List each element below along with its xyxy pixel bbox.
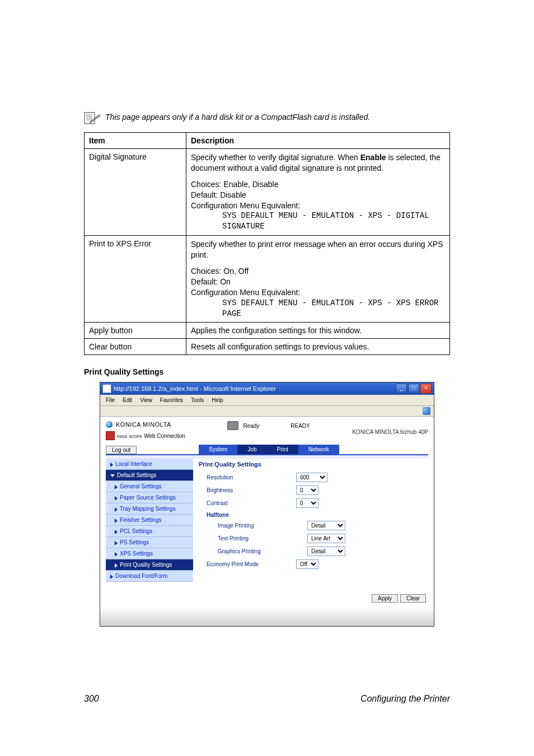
sidebar-item-tray-mapping[interactable]: Tray Mapping Settings [106, 503, 193, 515]
tab-print[interactable]: Print [266, 445, 298, 454]
printer-icon [227, 421, 238, 430]
menu-file[interactable]: File [102, 396, 118, 404]
ie-page-icon [102, 384, 111, 393]
cell-item: Clear button [85, 339, 186, 355]
table-row: Clear button Resets all configuration se… [85, 339, 450, 355]
sidebar-item-pcl[interactable]: PCL Settings [106, 526, 193, 537]
select-resolution[interactable]: 600 [296, 473, 327, 482]
section-heading: Print Quality Settings [84, 367, 450, 376]
sidebar-item-local-interface[interactable]: Local Interface [106, 459, 193, 470]
select-brightness[interactable]: 0 [296, 486, 318, 495]
settings-panel: Print Quality Settings Resolution600 Bri… [199, 459, 428, 582]
cell-item: Digital Signature [85, 149, 186, 236]
select-economy[interactable]: Off [296, 559, 318, 569]
cell-desc: Resets all configuration settings to pre… [186, 339, 450, 355]
status-ready-small: Ready [243, 423, 259, 429]
km-logo-icon [106, 421, 113, 428]
menu-favorites[interactable]: Favorites [157, 396, 186, 404]
table-row: Print to XPS Error Specify whether to pr… [85, 236, 450, 323]
select-graphics-printing[interactable]: Detail [307, 547, 345, 556]
header-area: KONICA MINOLTA PAGE SCOPE Web Connection… [100, 417, 434, 442]
tab-job[interactable]: Job [237, 445, 266, 454]
label-brightness: Brightness [199, 487, 296, 493]
note-row: This page appears only if a hard disk ki… [84, 112, 450, 124]
label-graphics-printing: Graphics Printing [199, 548, 307, 554]
cell-desc: Specify whether to verify digital signat… [186, 149, 450, 236]
tab-network[interactable]: Network [298, 445, 339, 454]
label-text-printing: Text Printing [199, 535, 307, 542]
sidebar-item-default-settings[interactable]: Default Settings [106, 470, 193, 481]
menu-bar: File Edit View Favorites Tools Help [100, 395, 434, 406]
ie-logo-icon [423, 407, 430, 415]
browser-screenshot: http://192.168.1.2/a_index.html - Micros… [100, 382, 434, 627]
select-contrast[interactable]: 0 [296, 498, 318, 508]
sidebar-item-ps[interactable]: PS Settings [106, 537, 193, 548]
sidebar: Local Interface Default Settings General… [106, 459, 193, 582]
settings-table: Item Description Digital Signature Speci… [84, 132, 450, 355]
cell-desc: Applies the configuration settings for t… [186, 323, 450, 339]
menu-edit[interactable]: Edit [119, 396, 135, 404]
cell-item: Print to XPS Error [85, 236, 186, 323]
logout-button[interactable]: Log out [106, 446, 137, 454]
table-row: Digital Signature Specify whether to ver… [85, 149, 450, 236]
page-footer: 300 Configuring the Printer [84, 627, 450, 704]
close-button[interactable]: × [420, 384, 432, 394]
pagescope-icon [106, 431, 115, 440]
table-row: Apply button Applies the configuration s… [85, 323, 450, 339]
label-halftone: Halftone [199, 510, 428, 519]
apply-button[interactable]: Apply [372, 594, 398, 603]
pagescope-label: PAGE SCOPE Web Connection [117, 433, 185, 439]
select-text-printing[interactable]: Line Art [307, 534, 345, 543]
minimize-button[interactable]: _ [396, 384, 407, 394]
note-text: This page appears only if a hard disk ki… [105, 112, 370, 123]
menu-view[interactable]: View [137, 396, 156, 404]
th-desc: Description [186, 133, 450, 149]
status-ready-caps: READY [291, 423, 310, 429]
sidebar-item-download-font[interactable]: Download Font/Form [106, 571, 193, 582]
footer-title: Configuring the Printer [360, 694, 450, 704]
sidebar-item-general[interactable]: General Settings [106, 481, 193, 492]
sidebar-item-finisher[interactable]: Finisher Settings [106, 515, 193, 526]
tab-system[interactable]: System [199, 445, 237, 454]
page-number: 300 [84, 694, 99, 704]
th-item: Item [85, 133, 186, 149]
label-image-printing: Image Printing [199, 522, 307, 529]
ie-toolbar-strip [100, 406, 434, 417]
menu-tools[interactable]: Tools [188, 396, 207, 404]
maximize-button[interactable]: □ [408, 384, 419, 394]
note-icon [84, 112, 101, 124]
sidebar-item-print-quality[interactable]: Print Quality Settings [106, 559, 193, 571]
footer-gradient [100, 607, 434, 626]
cell-item: Apply button [85, 323, 186, 339]
label-resolution: Resolution [199, 474, 296, 480]
tabs: System Job Print Network [199, 445, 434, 454]
model-label: KONICA MINOLTA bizhub 40P [352, 421, 428, 435]
cell-desc: Specify whether to print error message w… [186, 236, 450, 323]
menu-help[interactable]: Help [208, 396, 227, 404]
label-economy: Economy Print Mode [199, 561, 296, 567]
panel-heading: Print Quality Settings [199, 459, 428, 471]
window-title: http://192.168.1.2/a_index.html - Micros… [111, 385, 396, 392]
label-contrast: Contrast [199, 500, 296, 506]
clear-button[interactable]: Clear [400, 594, 426, 603]
select-image-printing[interactable]: Detail [307, 521, 345, 530]
window-titlebar: http://192.168.1.2/a_index.html - Micros… [100, 382, 434, 395]
sidebar-item-xps[interactable]: XPS Settings [106, 548, 193, 559]
sidebar-item-paper-source[interactable]: Paper Source Settings [106, 492, 193, 503]
brand-text: KONICA MINOLTA [116, 421, 171, 428]
